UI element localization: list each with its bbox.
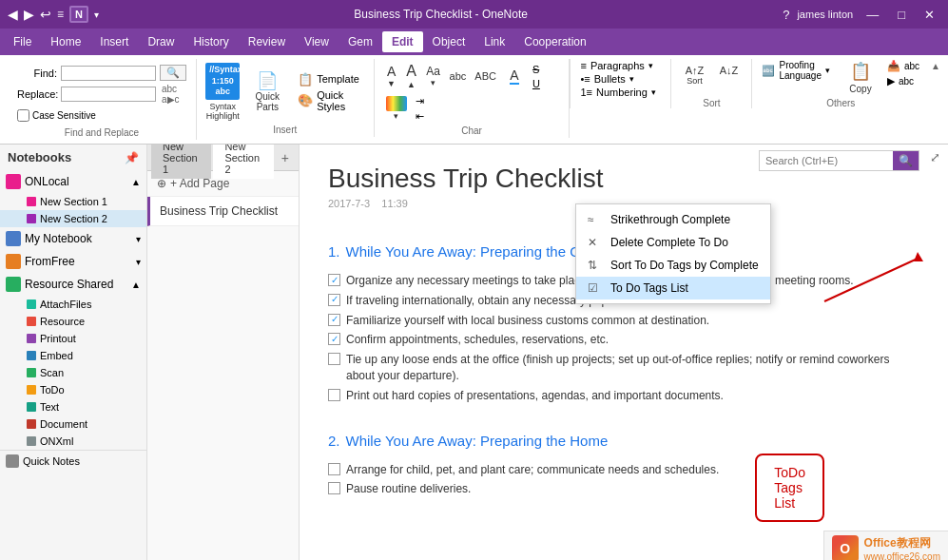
content-expand-icon[interactable]: ⤢ — [930, 150, 940, 164]
section-new-section-1[interactable]: New Section 1 — [0, 193, 146, 210]
paste-special-button[interactable]: 📥abc — [883, 59, 923, 73]
close-button[interactable]: ✕ — [919, 6, 940, 24]
redo-icon[interactable]: ≡ — [57, 8, 64, 21]
checkbox-2[interactable]: ✓ — [328, 294, 340, 306]
find-button[interactable]: 🔍 — [160, 65, 186, 81]
my-notebook-expand-icon[interactable]: ▾ — [136, 234, 141, 244]
sort-za-button[interactable]: A↓Z — [713, 63, 744, 87]
title-bar-controls-right[interactable]: ? james linton — □ ✕ — [783, 6, 940, 24]
proofing-language-button[interactable]: 🔤 Proofing Language ▾ — [758, 59, 834, 82]
document-label: Document — [40, 418, 87, 430]
section2-number: 2. — [328, 433, 340, 449]
checkbox-3[interactable]: ✓ — [328, 314, 340, 326]
underline-button[interactable]: U — [529, 77, 544, 90]
strikethrough-button[interactable]: S — [529, 63, 544, 76]
section-onxml[interactable]: ONXml — [0, 433, 146, 450]
section-embed[interactable]: Embed — [0, 347, 146, 364]
menu-file[interactable]: File — [4, 31, 41, 52]
menu-home[interactable]: Home — [41, 31, 90, 52]
section-resource[interactable]: Resource — [0, 313, 146, 330]
menu-cooperation[interactable]: Cooperation — [514, 31, 595, 52]
color-picker-button[interactable]: ▾ — [382, 94, 411, 123]
menu-review[interactable]: Review — [239, 31, 295, 52]
checkbox-4[interactable]: ✓ — [328, 333, 340, 345]
indent-increase-button[interactable]: ⇥ — [412, 94, 428, 108]
resource-shared-expand-icon[interactable]: ▲ — [131, 280, 141, 290]
content-search-button[interactable]: 🔍 — [893, 151, 919, 170]
menu-draw[interactable]: Draw — [138, 31, 184, 52]
menu-edit[interactable]: Edit — [382, 31, 423, 52]
menu-object[interactable]: Object — [423, 31, 475, 52]
delete-icon: ✕ — [588, 236, 603, 249]
dropdown-delete[interactable]: ✕ Delete Complete To Do — [576, 231, 770, 254]
notebook-my-notebook[interactable]: My Notebook ▾ — [0, 227, 146, 250]
check-item-5-text: Tie up any loose ends at the office (fin… — [346, 352, 919, 384]
dropdown-sort[interactable]: ⇅ Sort To Do Tags by Complete — [576, 254, 770, 277]
checkbox-8[interactable] — [328, 482, 340, 494]
abc-caps-button[interactable]: ABC — [471, 68, 500, 84]
checkbox-7[interactable] — [328, 463, 340, 475]
section-todo[interactable]: ToDo — [0, 381, 146, 398]
find-replace-label: Find and Replace — [65, 127, 139, 138]
paragraphs-button[interactable]: ≡ Paragraphs ▾ — [576, 59, 663, 72]
section-text[interactable]: Text — [0, 398, 146, 415]
text-dot — [27, 402, 36, 412]
check-item-7: Arrange for child, pet, and plant care; … — [328, 462, 919, 478]
help-button[interactable]: ? — [783, 8, 789, 22]
minimize-button[interactable]: — — [861, 6, 884, 24]
syntax-highlight-button[interactable]: //Syntax1:150abc Syntax Highlight — [204, 61, 241, 123]
find-input[interactable] — [61, 66, 156, 81]
page-business-trip[interactable]: Business Trip Checklist — [147, 197, 299, 226]
bullets-button[interactable]: •≡ Bullets ▾ — [576, 72, 663, 86]
content-search-input[interactable] — [760, 152, 893, 169]
back-icon[interactable]: ◀ — [8, 7, 18, 22]
font-size-decrease-button[interactable]: A▼ — [382, 62, 401, 90]
sort-az-button[interactable]: A↑ZSort — [679, 63, 709, 87]
find-label: Find: — [17, 68, 57, 79]
ribbon-expand-icon[interactable]: ▲ — [929, 61, 942, 71]
quick-notes-item[interactable]: Quick Notes — [0, 450, 146, 472]
checkbox-5[interactable] — [328, 353, 340, 365]
quick-styles-button[interactable]: 🎨 Quick Styles — [294, 88, 365, 113]
forward-icon[interactable]: ▶ — [24, 7, 34, 22]
dropdown-strikethrough[interactable]: ≈ Strikethrough Complete — [576, 208, 770, 231]
resource-shared-icon — [6, 277, 21, 292]
notebook-resource-shared[interactable]: Resource Shared ▲ — [0, 273, 146, 296]
section-new-section-2[interactable]: New Section 2 — [0, 210, 146, 227]
section-printout[interactable]: Printout — [0, 330, 146, 347]
numbering-button[interactable]: 1≡ Numbering ▾ — [576, 86, 663, 99]
tab-add-button[interactable]: + — [276, 148, 295, 167]
section-scan[interactable]: Scan — [0, 364, 146, 381]
menu-gem[interactable]: Gem — [339, 31, 382, 52]
template-button[interactable]: 📋 Template — [294, 71, 365, 87]
dropdown-todo-tags[interactable]: ☑ To Do Tags List — [576, 277, 770, 299]
replace-input[interactable] — [61, 87, 156, 102]
sidebar-pin-icon[interactable]: 📌 — [125, 151, 139, 164]
format-button[interactable]: A — [501, 66, 528, 87]
menu-insert[interactable]: Insert — [90, 31, 138, 52]
quick-access-more[interactable]: ▾ — [94, 10, 99, 20]
ribbon-collapse-btn[interactable]: ▲ — [929, 59, 942, 108]
onlocal-expand-icon[interactable]: ▲ — [131, 177, 141, 187]
case-sensitive-checkbox[interactable] — [17, 109, 29, 122]
fromfree-expand-icon[interactable]: ▾ — [136, 257, 141, 267]
paste-format-button[interactable]: ▶abc — [883, 74, 923, 88]
indent-decrease-button[interactable]: ⇤ — [412, 109, 428, 124]
section-attachfiles[interactable]: AttachFiles — [0, 296, 146, 313]
abc-button[interactable]: abc — [446, 68, 471, 84]
checkbox-1[interactable]: ✓ — [328, 274, 340, 286]
maximize-button[interactable]: □ — [892, 6, 911, 24]
menu-view[interactable]: View — [295, 31, 339, 52]
menu-history[interactable]: History — [184, 31, 238, 52]
font-size-increase-button[interactable]: A▲ — [402, 61, 421, 91]
quick-parts-button[interactable]: 📄 Quick Parts — [242, 70, 292, 114]
menu-link[interactable]: Link — [474, 31, 514, 52]
font-dropdown-button[interactable]: Aa▾ — [422, 63, 445, 89]
copy-button[interactable]: 📋 Copy — [845, 59, 876, 96]
user-name: james linton — [797, 9, 853, 20]
checkbox-6[interactable] — [328, 389, 340, 401]
notebook-onlocal[interactable]: ONLocal ▲ — [0, 170, 146, 193]
notebook-fromfree[interactable]: FromFree ▾ — [0, 250, 146, 273]
section-document[interactable]: Document — [0, 415, 146, 433]
undo-icon[interactable]: ↩ — [40, 7, 51, 22]
